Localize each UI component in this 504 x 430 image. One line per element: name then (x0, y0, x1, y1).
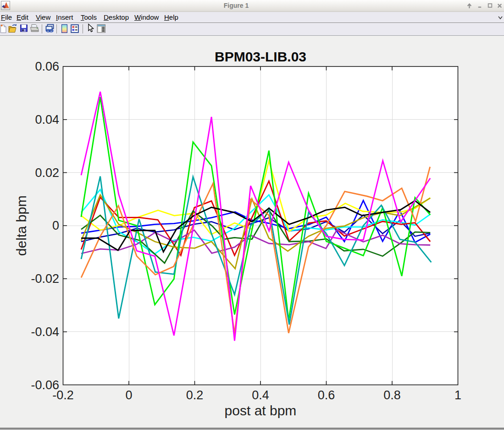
svg-text:0.8: 0.8 (383, 388, 401, 402)
svg-text:-0.04: -0.04 (31, 325, 59, 339)
svg-text:0.6: 0.6 (318, 388, 335, 402)
svg-text:BPM03-LIB.03: BPM03-LIB.03 (215, 49, 306, 64)
svg-text:0: 0 (125, 388, 132, 402)
svg-text:delta bpm: delta bpm (14, 195, 29, 256)
svg-text:0.06: 0.06 (35, 60, 59, 73)
svg-text:0.2: 0.2 (186, 388, 204, 402)
svg-text:0.02: 0.02 (35, 166, 59, 180)
svg-text:0.04: 0.04 (35, 113, 59, 127)
svg-text:0: 0 (52, 219, 59, 232)
svg-text:0.4: 0.4 (252, 388, 269, 402)
svg-text:post at bpm: post at bpm (225, 403, 297, 418)
svg-text:-0.02: -0.02 (31, 272, 59, 286)
svg-text:1: 1 (454, 388, 461, 402)
svg-text:-0.2: -0.2 (52, 388, 74, 402)
